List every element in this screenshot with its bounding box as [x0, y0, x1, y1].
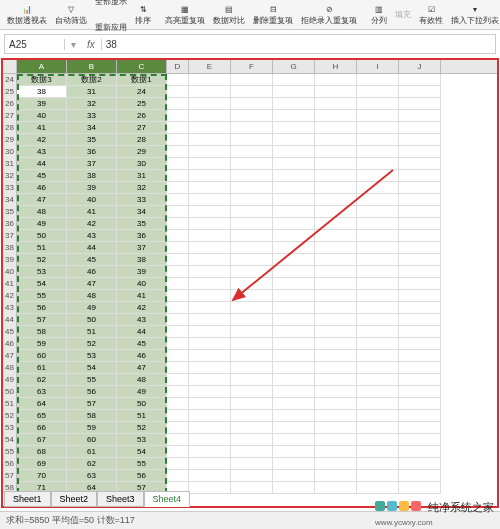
cell[interactable]: 33	[67, 110, 117, 122]
cell[interactable]	[357, 206, 399, 218]
cell[interactable]	[167, 134, 189, 146]
row-header[interactable]: 27	[3, 110, 17, 122]
cell[interactable]	[315, 194, 357, 206]
cell[interactable]: 47	[117, 362, 167, 374]
cell[interactable]	[231, 458, 273, 470]
cell[interactable]	[189, 170, 231, 182]
cell[interactable]	[273, 470, 315, 482]
cell[interactable]	[189, 458, 231, 470]
cell[interactable]: 68	[17, 446, 67, 458]
row-header[interactable]: 46	[3, 338, 17, 350]
cell[interactable]	[315, 350, 357, 362]
cell[interactable]	[273, 458, 315, 470]
cell[interactable]	[167, 386, 189, 398]
cell[interactable]: 46	[67, 266, 117, 278]
cell[interactable]	[357, 446, 399, 458]
cell[interactable]	[315, 446, 357, 458]
cell[interactable]: 数据1	[117, 74, 167, 86]
cell[interactable]: 35	[67, 134, 117, 146]
row-header[interactable]: 56	[3, 458, 17, 470]
row-header[interactable]: 54	[3, 434, 17, 446]
cell[interactable]: 51	[117, 410, 167, 422]
cell[interactable]	[315, 278, 357, 290]
cell[interactable]	[399, 122, 441, 134]
cell[interactable]: 40	[17, 110, 67, 122]
cell[interactable]	[315, 338, 357, 350]
cell[interactable]	[167, 362, 189, 374]
cell[interactable]	[357, 146, 399, 158]
cell[interactable]: 53	[17, 266, 67, 278]
cell[interactable]: 62	[67, 458, 117, 470]
cell[interactable]: 40	[117, 278, 167, 290]
cell[interactable]: 61	[67, 446, 117, 458]
cell[interactable]	[399, 338, 441, 350]
cell[interactable]	[167, 74, 189, 86]
cell[interactable]	[231, 446, 273, 458]
cell[interactable]: 44	[117, 326, 167, 338]
row-header[interactable]: 34	[3, 194, 17, 206]
cell[interactable]: 59	[17, 338, 67, 350]
cell[interactable]: 56	[67, 386, 117, 398]
row-header[interactable]: 35	[3, 206, 17, 218]
text-to-cols-button[interactable]: ▥分列	[368, 2, 390, 28]
row-header[interactable]: 24	[3, 74, 17, 86]
cell[interactable]	[231, 326, 273, 338]
cell[interactable]	[315, 182, 357, 194]
cell[interactable]	[189, 446, 231, 458]
cell[interactable]: 49	[67, 302, 117, 314]
cell[interactable]: 46	[17, 182, 67, 194]
cell[interactable]	[231, 302, 273, 314]
cell[interactable]	[315, 146, 357, 158]
row-header[interactable]: 50	[3, 386, 17, 398]
dropdown-arrow-icon[interactable]: ▾	[65, 39, 81, 50]
cell[interactable]: 32	[117, 182, 167, 194]
cell[interactable]	[399, 314, 441, 326]
cell[interactable]: 60	[67, 434, 117, 446]
cell[interactable]: 52	[67, 338, 117, 350]
cell[interactable]	[231, 266, 273, 278]
row-header[interactable]: 47	[3, 350, 17, 362]
cell[interactable]	[399, 86, 441, 98]
row-header[interactable]: 30	[3, 146, 17, 158]
cell[interactable]	[357, 482, 399, 494]
cell[interactable]: 39	[17, 98, 67, 110]
cell[interactable]	[399, 290, 441, 302]
cell[interactable]	[231, 170, 273, 182]
cell[interactable]	[315, 386, 357, 398]
cell[interactable]: 45	[67, 254, 117, 266]
cell[interactable]	[357, 434, 399, 446]
cell[interactable]: 66	[17, 422, 67, 434]
cell[interactable]: 27	[117, 122, 167, 134]
cell[interactable]	[231, 194, 273, 206]
cell[interactable]	[399, 470, 441, 482]
cell[interactable]	[399, 302, 441, 314]
cell[interactable]: 49	[17, 218, 67, 230]
cell[interactable]	[399, 458, 441, 470]
cell[interactable]	[189, 302, 231, 314]
cell[interactable]: 44	[67, 242, 117, 254]
cell[interactable]	[167, 194, 189, 206]
cell[interactable]	[189, 266, 231, 278]
cell[interactable]	[167, 338, 189, 350]
cell[interactable]	[357, 74, 399, 86]
cell[interactable]	[315, 158, 357, 170]
cell[interactable]: 47	[67, 278, 117, 290]
cell[interactable]: 53	[67, 350, 117, 362]
validation-button[interactable]: ☑有效性	[416, 2, 446, 28]
cell[interactable]: 52	[17, 254, 67, 266]
row-header[interactable]: 37	[3, 230, 17, 242]
cell[interactable]	[399, 230, 441, 242]
cell[interactable]: 65	[17, 410, 67, 422]
cell[interactable]	[399, 170, 441, 182]
cell[interactable]	[315, 458, 357, 470]
row-header[interactable]: 44	[3, 314, 17, 326]
cell[interactable]	[167, 290, 189, 302]
cell[interactable]	[273, 122, 315, 134]
cell[interactable]	[167, 158, 189, 170]
cell[interactable]	[273, 98, 315, 110]
cell[interactable]	[399, 158, 441, 170]
cell[interactable]: 40	[67, 194, 117, 206]
cell[interactable]: 57	[17, 314, 67, 326]
cell[interactable]	[189, 218, 231, 230]
cell[interactable]	[399, 386, 441, 398]
